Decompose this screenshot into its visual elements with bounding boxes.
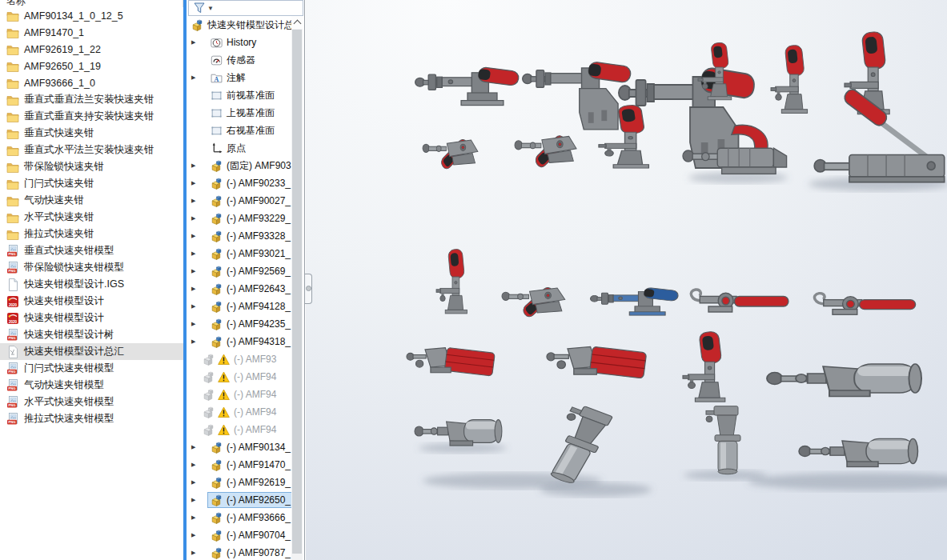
tree-item-2[interactable]: 传感器 bbox=[187, 51, 303, 69]
tree-item-4[interactable]: 前视基准面 bbox=[187, 86, 303, 104]
file-item-3[interactable]: AMF92619_1_22 bbox=[0, 41, 183, 58]
expand-arrow-icon[interactable]: ▶ bbox=[191, 69, 199, 86]
tree-item-6[interactable]: 右视基准面 bbox=[187, 122, 303, 139]
tree-scrollbar[interactable] bbox=[291, 16, 303, 560]
pneumatic-clamp-small[interactable] bbox=[415, 420, 502, 446]
file-item-24[interactable]: 水平式快速夹钳模型 bbox=[0, 394, 183, 410]
expand-arrow-icon[interactable]: ▶ bbox=[191, 438, 199, 456]
expand-arrow-icon[interactable]: ▶ bbox=[191, 34, 199, 51]
expand-arrow-icon[interactable]: ▶ bbox=[191, 298, 199, 315]
expand-arrow-icon[interactable]: ▶ bbox=[191, 333, 199, 350]
low-profile-clamp-2[interactable] bbox=[515, 134, 576, 170]
file-item-5[interactable]: AMF93666_1_0 bbox=[0, 74, 183, 91]
tree-item-14[interactable]: ▶(-) AMF92569_ bbox=[187, 262, 303, 280]
tree-item-8[interactable]: ▶(固定) AMF903 bbox=[187, 157, 303, 174]
tree-item-15[interactable]: ▶(-) AMF92643_ bbox=[187, 280, 303, 298]
tree-item-26[interactable]: ▶(-) AMF92619_ bbox=[187, 474, 303, 491]
file-item-7[interactable]: 垂直式垂直夹持安装快速夹钳 bbox=[0, 108, 183, 125]
pneumatic-cylinder-vertical[interactable] bbox=[706, 406, 740, 474]
tree-item-29[interactable]: ▶(-) AMF90704_ bbox=[187, 526, 303, 544]
tree-item-20[interactable]: (-) AMF94 bbox=[187, 368, 303, 386]
tree-item-3[interactable]: ▶注解 bbox=[187, 69, 303, 86]
tree-item-5[interactable]: 上视基准面 bbox=[187, 104, 303, 122]
file-item-9[interactable]: 垂直式水平法兰安装快速夹钳 bbox=[0, 142, 183, 158]
tree-item-22[interactable]: (-) AMF94 bbox=[187, 403, 303, 421]
file-item-25[interactable]: 推拉式快速夹钳模型 bbox=[0, 410, 183, 427]
file-item-18[interactable]: 快速夹钳模型设计 bbox=[0, 293, 183, 310]
file-item-22[interactable]: 门闩式快速夹钳模型 bbox=[0, 360, 183, 377]
expand-arrow-icon[interactable]: ▶ bbox=[191, 509, 199, 526]
file-item-11[interactable]: 门闩式快速夹钳 bbox=[0, 175, 183, 192]
expand-arrow-icon[interactable]: ▶ bbox=[191, 315, 199, 333]
panel-collapse-handle[interactable] bbox=[305, 274, 312, 304]
horizontal-clamp-u-bracket[interactable] bbox=[523, 62, 632, 130]
red-bar-clamp-1[interactable] bbox=[407, 347, 495, 376]
file-item-10[interactable]: 带保险锁快速夹钳 bbox=[0, 158, 183, 175]
red-bar-clamp-2[interactable] bbox=[547, 346, 647, 378]
file-item-15[interactable]: 垂直式快速夹钳模型 bbox=[0, 242, 183, 259]
explorer-column-header[interactable]: 名称 bbox=[0, 0, 183, 7]
expand-arrow-icon[interactable]: ▶ bbox=[191, 192, 199, 210]
file-item-12[interactable]: 气动快速夹钳 bbox=[0, 192, 183, 209]
tree-item-28[interactable]: ▶(-) AMF93666_ bbox=[187, 509, 303, 526]
tree-item-9[interactable]: ▶(-) AMF90233_ bbox=[187, 174, 303, 192]
scroll-up-button[interactable] bbox=[291, 16, 303, 29]
expand-arrow-icon[interactable]: ▶ bbox=[191, 456, 199, 474]
tree-item-root[interactable]: 快速夹钳模型设计总 bbox=[187, 16, 303, 34]
expand-arrow-icon[interactable]: ▶ bbox=[191, 262, 199, 280]
expand-arrow-icon[interactable]: ▶ bbox=[191, 544, 199, 560]
tree-item-12[interactable]: ▶(-) AMF93328_ bbox=[187, 227, 303, 245]
pneumatic-clamp-long[interactable] bbox=[799, 438, 918, 466]
tree-item-19[interactable]: (-) AMF93 bbox=[187, 350, 303, 368]
file-item-6[interactable]: 垂直式垂直法兰安装快速夹钳 bbox=[0, 91, 183, 108]
tree-item-7[interactable]: 原点 bbox=[187, 139, 303, 157]
file-item-17[interactable]: 快速夹钳模型设计.IGS bbox=[0, 276, 183, 293]
expand-arrow-icon[interactable]: ▶ bbox=[191, 157, 199, 174]
horizontal-clamp-blue[interactable] bbox=[591, 287, 680, 315]
tree-filter-box[interactable]: ▼ bbox=[188, 0, 303, 16]
expand-arrow-icon[interactable]: ▶ bbox=[191, 491, 199, 509]
tree-item-10[interactable]: ▶(-) AMF90027_ bbox=[187, 192, 303, 210]
tree-item-24[interactable]: ▶(-) AMF90134_ bbox=[187, 438, 303, 456]
scrollbar-thumb[interactable] bbox=[292, 30, 302, 554]
expand-arrow-icon[interactable]: ▶ bbox=[191, 526, 199, 544]
tree-item-25[interactable]: ▶(-) AMF91470_ bbox=[187, 456, 303, 474]
tree-item-13[interactable]: ▶(-) AMF93021_ bbox=[187, 245, 303, 262]
file-item-16[interactable]: 带保险锁快速夹钳模型 bbox=[0, 259, 183, 276]
tree-item-30[interactable]: ▶(-) AMF90787_ bbox=[187, 544, 303, 560]
file-item-20[interactable]: 快速夹钳模型设计树 bbox=[0, 326, 183, 343]
file-item-2[interactable]: AMF91470_1 bbox=[0, 24, 183, 41]
file-item-21[interactable]: 快速夹钳模型设计总汇 bbox=[0, 343, 183, 360]
expand-arrow-icon[interactable]: ▶ bbox=[191, 245, 199, 262]
filter-dropdown-caret[interactable]: ▼ bbox=[207, 5, 214, 12]
graphics-viewport[interactable] bbox=[306, 0, 947, 560]
file-item-4[interactable]: AMF92650_1_19 bbox=[0, 58, 183, 74]
tree-item-18[interactable]: ▶(-) AMF94318_ bbox=[187, 333, 303, 350]
latch-clamp-plate[interactable] bbox=[814, 294, 915, 315]
tree-item-21[interactable]: (-) AMF94 bbox=[187, 386, 303, 403]
tree-item-23[interactable]: (-) AMF94 bbox=[187, 421, 303, 438]
expand-arrow-icon[interactable]: ▶ bbox=[191, 210, 199, 227]
file-item-1[interactable]: AMF90134_1_0_12_5 bbox=[0, 7, 183, 24]
tree-item-16[interactable]: ▶(-) AMF94128_ bbox=[187, 298, 303, 315]
horizontal-clamp-flange[interactable] bbox=[415, 66, 520, 105]
low-profile-clamp-1[interactable] bbox=[423, 138, 478, 171]
tree-item-11[interactable]: ▶(-) AMF93229_ bbox=[187, 210, 303, 227]
latch-clamp-hook[interactable] bbox=[691, 290, 788, 312]
file-item-13[interactable]: 水平式快速夹钳 bbox=[0, 209, 183, 226]
inline-push-clamp[interactable] bbox=[502, 286, 565, 319]
expand-arrow-icon[interactable]: ▶ bbox=[191, 174, 199, 192]
tree-item-1[interactable]: ▶History bbox=[187, 34, 303, 51]
expand-arrow-icon[interactable]: ▶ bbox=[191, 227, 199, 245]
file-item-8[interactable]: 垂直式快速夹钳 bbox=[0, 125, 183, 142]
expand-arrow-icon[interactable]: ▶ bbox=[191, 280, 199, 298]
vertical-clamp-tall[interactable] bbox=[436, 249, 467, 314]
vertical-clamp-medium[interactable] bbox=[771, 45, 808, 114]
expand-arrow-icon[interactable]: ▶ bbox=[191, 474, 199, 491]
file-item-23[interactable]: 气动快速夹钳模型 bbox=[0, 377, 183, 394]
tree-item-27[interactable]: ▶(-) AMF92650_ bbox=[187, 491, 303, 509]
vertical-clamp-red-arm[interactable] bbox=[683, 331, 725, 402]
file-item-19[interactable]: 快速夹钳模型设计 bbox=[0, 310, 183, 326]
file-item-14[interactable]: 推拉式快速夹钳 bbox=[0, 226, 183, 242]
pneumatic-clamp-large[interactable] bbox=[767, 364, 921, 397]
